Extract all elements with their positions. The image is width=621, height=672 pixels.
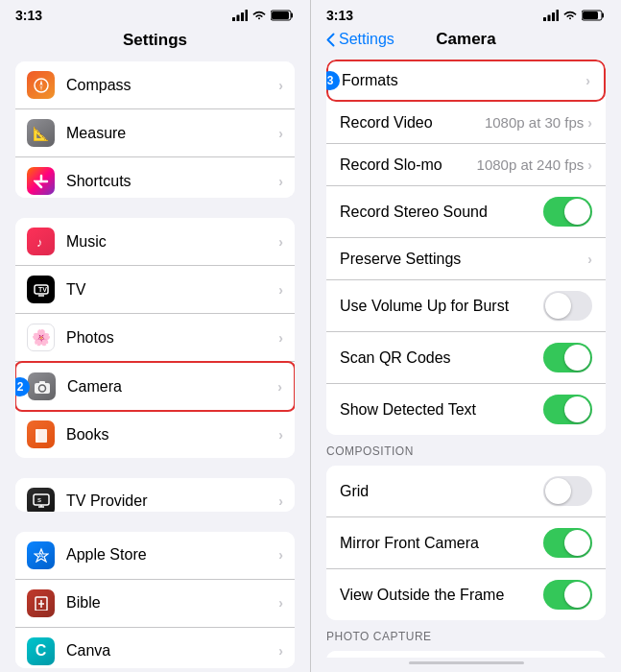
music-chevron: › xyxy=(278,234,283,250)
compass-chevron: › xyxy=(278,78,283,93)
back-chevron-icon xyxy=(326,33,335,47)
svg-rect-1 xyxy=(237,15,240,22)
bible-label: Bible xyxy=(66,594,278,612)
measure-label: Measure xyxy=(66,125,278,142)
left-group1: Compass › 📐 Measure › Shortcuts › ❤️ Hea… xyxy=(15,61,295,198)
back-button[interactable]: Settings xyxy=(326,31,394,48)
show-text-item[interactable]: Show Detected Text xyxy=(326,384,606,435)
composition-section: Grid Mirror Front Camera View Outside th… xyxy=(326,466,606,620)
view-outside-toggle[interactable] xyxy=(543,580,592,610)
left-group4: A Apple Store › Bible › C Canva › xyxy=(15,532,295,668)
mirror-front-item[interactable]: Mirror Front Camera xyxy=(326,517,606,569)
sidebar-item-canva[interactable]: C Canva › xyxy=(15,628,295,668)
sidebar-item-books[interactable]: Books › xyxy=(15,411,295,458)
sidebar-item-shortcuts[interactable]: Shortcuts › xyxy=(15,157,295,198)
camera-chevron: › xyxy=(277,379,282,395)
right-wifi-icon xyxy=(562,10,578,21)
preserve-settings-label: Preserve Settings xyxy=(340,251,587,268)
compass-icon xyxy=(27,71,55,99)
right-signal-icon xyxy=(543,10,559,21)
measure-chevron: › xyxy=(278,126,283,141)
formats-badge: 3 xyxy=(326,71,340,90)
show-text-label: Show Detected Text xyxy=(340,401,543,419)
photo-capture-header: PHOTO CAPTURE xyxy=(311,624,621,647)
record-video-chevron: › xyxy=(587,115,592,131)
sidebar-item-measure[interactable]: 📐 Measure › xyxy=(15,109,295,157)
photos-icon: 🌸 xyxy=(27,324,55,351)
right-battery-icon xyxy=(582,10,606,21)
svg-rect-34 xyxy=(583,12,598,19)
formats-label: Formats xyxy=(342,72,585,89)
mirror-front-toggle[interactable] xyxy=(543,528,592,558)
sidebar-item-music[interactable]: ♪ Music › xyxy=(15,218,295,266)
grid-toggle[interactable] xyxy=(543,476,592,506)
record-slomo-chevron: › xyxy=(587,157,592,173)
right-time: 3:13 xyxy=(326,8,353,23)
scan-qr-item[interactable]: Scan QR Codes xyxy=(326,332,606,384)
svg-rect-16 xyxy=(36,429,38,443)
svg-marker-8 xyxy=(39,85,42,91)
svg-rect-3 xyxy=(246,10,249,21)
scroll-bar xyxy=(409,661,524,664)
right-panel: 3:13 Settings xyxy=(310,0,621,672)
svg-text:TV: TV xyxy=(38,286,47,293)
left-status-bar: 3:13 xyxy=(0,0,310,27)
shortcuts-icon xyxy=(27,167,55,195)
show-text-toggle[interactable] xyxy=(543,395,592,424)
scan-qr-toggle[interactable] xyxy=(543,343,592,372)
formats-item[interactable]: 3 Formats › xyxy=(326,60,606,102)
sidebar-item-appstore[interactable]: A Apple Store › xyxy=(15,532,295,580)
svg-rect-5 xyxy=(272,12,289,19)
tv-icon: TV xyxy=(27,276,55,303)
back-label: Settings xyxy=(339,31,394,48)
volume-burst-item[interactable]: Use Volume Up for Burst xyxy=(326,280,606,332)
shortcuts-chevron: › xyxy=(278,174,283,189)
record-video-item[interactable]: Record Video 1080p at 30 fps › xyxy=(326,102,606,144)
record-slomo-label: Record Slo-mo xyxy=(340,156,477,174)
battery-icon xyxy=(271,10,295,21)
photo-capture-section: Prioritize Faster Shooting xyxy=(326,651,606,658)
record-stereo-item[interactable]: Record Stereo Sound xyxy=(326,186,606,238)
tv-label: TV xyxy=(66,281,278,299)
preserve-settings-item[interactable]: Preserve Settings › xyxy=(326,238,606,280)
canva-label: Canva xyxy=(66,642,278,660)
bible-chevron: › xyxy=(278,595,283,611)
appstore-chevron: › xyxy=(278,547,283,563)
sidebar-item-bible[interactable]: Bible › xyxy=(15,580,295,628)
svg-text:S: S xyxy=(37,497,41,503)
right-status-icons xyxy=(543,10,606,21)
svg-rect-30 xyxy=(548,15,551,22)
sidebar-item-tvprovider[interactable]: S TV Provider › xyxy=(15,478,295,512)
record-slomo-item[interactable]: Record Slo-mo 1080p at 240 fps › xyxy=(326,144,606,186)
left-group2: ♪ Music › TV TV › 🌸 Photos › 2 xyxy=(15,218,295,458)
volume-burst-toggle[interactable] xyxy=(543,291,592,321)
svg-rect-2 xyxy=(241,12,244,21)
books-label: Books xyxy=(66,426,278,444)
svg-marker-7 xyxy=(39,80,42,85)
compass-label: Compass xyxy=(66,77,278,94)
svg-text:♪: ♪ xyxy=(36,235,43,250)
sidebar-item-compass[interactable]: Compass › xyxy=(15,61,295,109)
mirror-front-label: Mirror Front Camera xyxy=(340,535,543,552)
grid-item[interactable]: Grid xyxy=(326,466,606,517)
view-outside-item[interactable]: View Outside the Frame xyxy=(326,569,606,620)
bible-icon xyxy=(27,589,55,617)
measure-icon: 📐 xyxy=(27,119,55,147)
prioritize-shooting-item[interactable]: Prioritize Faster Shooting xyxy=(326,651,606,658)
appstore-label: Apple Store xyxy=(66,546,278,564)
sidebar-item-camera[interactable]: 2 Camera › xyxy=(15,361,295,412)
sidebar-item-photos[interactable]: 🌸 Photos › xyxy=(15,314,295,362)
right-status-bar: 3:13 xyxy=(311,0,621,27)
shortcuts-label: Shortcuts xyxy=(66,173,278,190)
sidebar-item-tv[interactable]: TV TV › xyxy=(15,266,295,314)
camera-label: Camera xyxy=(67,378,277,396)
svg-rect-14 xyxy=(39,381,45,384)
record-stereo-toggle[interactable] xyxy=(543,197,592,227)
record-stereo-label: Record Stereo Sound xyxy=(340,204,543,221)
right-bottom-indicator xyxy=(311,658,621,672)
wifi-icon xyxy=(251,10,267,21)
photos-label: Photos xyxy=(66,329,278,347)
formats-chevron: › xyxy=(585,73,590,88)
left-time: 3:13 xyxy=(15,8,42,23)
camera-main-section: 3 Formats › Record Video 1080p at 30 fps… xyxy=(326,60,606,435)
